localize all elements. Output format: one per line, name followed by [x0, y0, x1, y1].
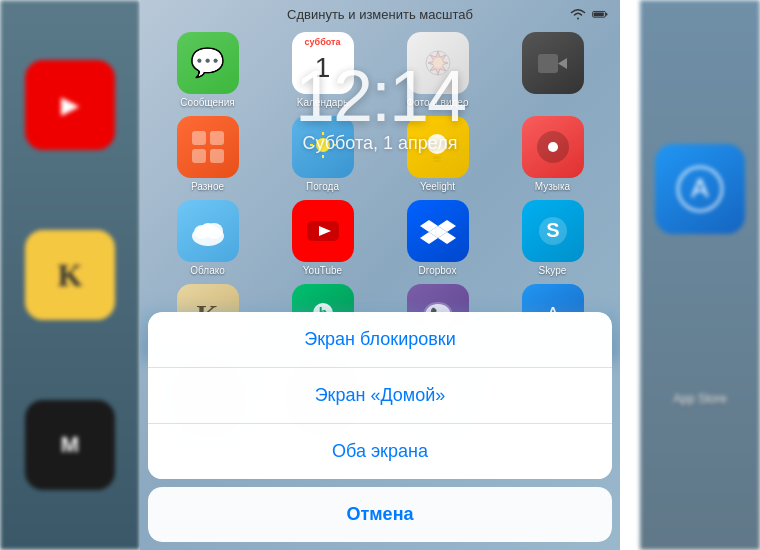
svg-rect-7: [538, 54, 558, 73]
svg-point-27: [201, 223, 215, 235]
wifi-icon: [570, 8, 586, 20]
app-music-label: Музыка: [535, 181, 570, 192]
svg-text:♪: ♪: [549, 138, 556, 154]
app-yeelight-label: Yeelight: [420, 181, 455, 192]
app-weather[interactable]: Погода: [269, 116, 376, 192]
action-sheet-main: Экран блокировки Экран «Домой» Оба экран…: [148, 312, 612, 479]
calendar-day-label: суббота: [292, 37, 354, 47]
status-icons: [570, 8, 608, 20]
svg-point-6: [433, 58, 443, 68]
bg-msrd-icon: M: [25, 400, 115, 490]
app-yeelight[interactable]: Yeelight: [384, 116, 491, 192]
status-bar-title: Сдвинуть и изменить масштаб: [287, 7, 473, 22]
status-bar: Сдвинуть и изменить масштаб: [140, 0, 620, 28]
lock-screen-option[interactable]: Экран блокировки: [148, 312, 612, 368]
svg-rect-3: [605, 13, 607, 16]
phone-screen: Сдвинуть и изменить масштаб 12:14 Суббот…: [140, 0, 620, 550]
app-messages[interactable]: 💬 Сообщения: [154, 32, 261, 108]
app-calendar[interactable]: суббота 1 Kaлендарь: [269, 32, 376, 108]
cancel-button[interactable]: Отмена: [148, 487, 612, 542]
svg-rect-11: [192, 149, 206, 163]
app-misc-label: Разное: [191, 181, 224, 192]
home-screen-option[interactable]: Экран «Домой»: [148, 368, 612, 424]
bg-kb-icon: K: [25, 230, 115, 320]
svg-text:A: A: [691, 173, 709, 203]
app-weather-label: Погода: [306, 181, 339, 192]
app-oblako[interactable]: Облако: [154, 200, 261, 276]
app-dropbox-label: Dropbox: [419, 265, 457, 276]
bg-yt-icon: ▶: [25, 60, 115, 150]
svg-rect-12: [210, 149, 224, 163]
app-misc[interactable]: Разное: [154, 116, 261, 192]
app-skype[interactable]: S Skype: [499, 200, 606, 276]
app-youtube[interactable]: YouTube: [269, 200, 376, 276]
svg-point-13: [316, 138, 330, 152]
app-oblako-label: Облако: [190, 265, 225, 276]
svg-rect-9: [192, 131, 206, 145]
bg-right: A App Store: [640, 0, 760, 550]
app-photos-label: Фото и видео: [407, 97, 469, 108]
action-sheet: Экран блокировки Экран «Домой» Оба экран…: [148, 312, 612, 542]
svg-marker-8: [558, 58, 567, 69]
app-video[interactable]: [499, 32, 606, 108]
app-music[interactable]: ♪ Музыка: [499, 116, 606, 192]
battery-icon: [592, 8, 608, 20]
svg-rect-20: [433, 160, 441, 162]
both-screens-option[interactable]: Оба экрана: [148, 424, 612, 479]
svg-rect-10: [210, 131, 224, 145]
bg-left: ▶ K M: [0, 0, 140, 550]
bg-appstore-icon: A: [655, 144, 745, 234]
calendar-date: 1: [315, 52, 331, 84]
app-dropbox[interactable]: Dropbox: [384, 200, 491, 276]
svg-rect-4: [594, 12, 604, 16]
app-skype-label: Skype: [539, 265, 567, 276]
bg-appstore-label: App Store: [673, 392, 726, 406]
app-calendar-label: Kaлендарь: [297, 97, 348, 108]
action-sheet-backdrop: Экран блокировки Экран «Домой» Оба экран…: [140, 330, 620, 550]
svg-text:S: S: [546, 219, 559, 241]
app-youtube-label: YouTube: [303, 265, 342, 276]
app-photos[interactable]: Фото и видео: [384, 32, 491, 108]
app-messages-label: Сообщения: [180, 97, 234, 108]
svg-rect-19: [433, 156, 441, 159]
svg-point-18: [427, 134, 447, 154]
